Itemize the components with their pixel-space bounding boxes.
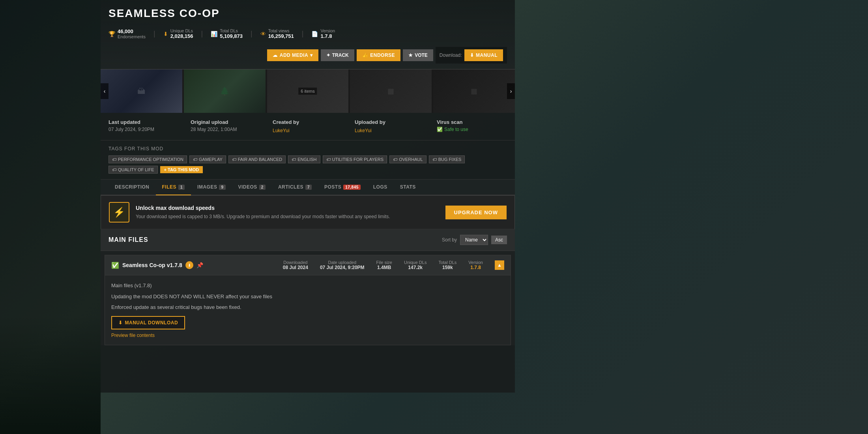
download-icon: ⬇ [118,320,123,326]
uploaded-by-link[interactable]: LukeYui [355,128,372,133]
downloaded-meta: Downloaded 08 Jul 2024 [283,260,308,270]
total-dls-meta: Total DLs 159k [438,260,456,270]
tag-performance[interactable]: 🏷 PERFORMANCE OPTIMIZATION [108,155,187,163]
next-screenshot-button[interactable]: › [507,83,515,99]
manual-download-header-button[interactable]: ⬇ MANUAL [464,49,503,61]
screenshot-3[interactable]: 6 items [267,69,349,113]
unique-dls-value: 2,028,156 [170,33,193,39]
tag-quality[interactable]: 🏷 QUALITY OF LIFE [108,166,158,174]
tab-stats[interactable]: STATS [394,180,422,195]
manual-download-button[interactable]: ⬇ MANUAL DOWNLOAD [111,316,185,329]
virus-scan-block: Virus scan ✅ Safe to use [437,119,507,134]
tab-videos[interactable]: VIDEOS 2 [232,180,272,195]
sort-row: Sort by Name Date Size Asc [442,235,507,245]
tag-english[interactable]: 🏷 ENGLISH [288,155,320,163]
tag-icon: 🏷 [432,157,437,162]
screenshots-row: ‹ 🏔 🌲 6 items ▦ ▦ › [101,69,515,113]
virus-scan-label: Virus scan [437,119,507,125]
created-by-link[interactable]: LukeYui [273,128,290,133]
file-toggle-button[interactable]: ▲ [495,260,504,270]
last-updated-block: Last updated 07 July 2024, 9:20PM [108,119,179,134]
tags-title: TAGS FOR THIS MOD [108,146,507,152]
tag-bug-fixes[interactable]: 🏷 BUG FIXES [429,155,465,163]
tab-files[interactable]: FILES 1 [156,180,191,195]
upgrade-now-button[interactable]: UPGRADE NOW [445,206,507,219]
unique-dls-label: Unique DLs [170,28,193,33]
tags-row: 🏷 PERFORMANCE OPTIMIZATION 🏷 GAMEPLAY 🏷 … [108,155,507,174]
track-icon: ✦ [326,52,330,58]
total-dls-label: Total DLs [220,28,243,33]
screenshot-2[interactable]: 🌲 [184,69,266,113]
tab-posts[interactable]: POSTS 17,845 [318,180,367,195]
last-updated-label: Last updated [108,119,179,125]
tag-icon: 🏷 [292,157,296,162]
divider: | [201,30,203,38]
download-section: Download: ⬇ MANUAL [436,47,507,64]
files-badge: 1 [178,185,185,190]
screenshot-count: 6 items [298,88,317,95]
screenshot-1[interactable]: 🏔 [101,69,182,113]
stat-unique-dls: ⬇ Unique DLs 2,028,156 [163,28,193,39]
endorsements-value: 46,000 [118,28,146,34]
add-tag-button[interactable]: + TAG THIS MOD [160,166,203,173]
stat-total-views: 👁 Total views 16,259,751 [260,28,294,39]
total-views-value: 16,259,751 [268,33,294,39]
divider: | [302,30,304,38]
articles-badge: 7 [305,185,312,190]
tab-articles[interactable]: ARTICLES 7 [272,180,318,195]
mod-title: SEAMLESS CO-OP [108,7,220,20]
tag-fair[interactable]: 🏷 FAIR AND BALANCED [228,155,286,163]
chart-icon: 📊 [211,31,217,37]
tag-utilities[interactable]: 🏷 UTILITIES FOR PLAYERS [323,155,387,163]
track-button[interactable]: ✦ TRACK [321,49,354,61]
original-upload-block: Original upload 28 May 2022, 1:00AM [191,119,261,134]
vote-button[interactable]: ★ VOTE [403,49,433,61]
thumb-icon: 👍 [362,52,369,58]
tag-overhaul[interactable]: 🏷 OVERHAUL [389,155,427,163]
file-entry: ✅ Seamless Co-op v1.7.8 ⬇ 📌 Downloaded 0… [105,255,511,345]
file-name: Seamless Co-op v1.7.8 [122,262,182,268]
uploaded-by-label: Uploaded by [355,119,425,125]
file-desc-line3: Enforced update as several critical bugs… [111,303,504,311]
last-updated-value: 07 July 2024, 9:20PM [108,127,179,132]
file-check-icon: ✅ [111,262,119,269]
tag-icon: 🏷 [232,157,236,162]
screenshot-4[interactable]: ▦ [350,69,432,113]
sort-select[interactable]: Name Date Size [460,235,488,245]
tab-description[interactable]: DESCRIPTION [108,180,156,195]
content-area: ⚡ Unlock max download speeds Your downlo… [101,195,515,393]
download-icon: ⬇ [470,52,474,58]
tag-icon: 🏷 [326,157,331,162]
tab-logs[interactable]: LOGS [367,180,394,195]
star-icon: ★ [408,52,413,58]
posts-badge: 17,845 [343,185,361,190]
tag-icon: 🏷 [112,157,116,162]
main-files-section: MAIN FILES Sort by Name Date Size Asc ✅ [101,229,515,345]
trophy-icon: 🏆 [108,31,115,37]
total-views-label: Total views [268,28,294,33]
tag-gameplay[interactable]: 🏷 GAMEPLAY [189,155,226,163]
prev-screenshot-button[interactable]: ‹ [101,83,108,99]
stat-total-dls: 📊 Total DLs 5,109,873 [211,28,243,39]
original-upload-label: Original upload [191,119,261,125]
check-icon: ✅ [437,127,443,132]
tag-icon: 🏷 [193,157,197,162]
main-files-header: MAIN FILES Sort by Name Date Size Asc [101,229,515,251]
tab-images[interactable]: IMAGES 9 [191,180,232,195]
add-media-button[interactable]: ☁ ADD MEDIA ▾ [267,49,318,61]
preview-link[interactable]: Preview file contents [111,333,155,338]
download-label: Download: [440,52,462,58]
cloud-icon: ☁ [273,52,278,58]
pin-icon: 📌 [196,262,203,268]
file-update-icon[interactable]: ⬇ [185,261,193,269]
sort-direction-button[interactable]: Asc [491,236,507,244]
screenshot-5[interactable]: ▦ [433,69,515,113]
virus-scan-status: ✅ Safe to use [437,127,507,132]
upgrade-banner: ⚡ Unlock max download speeds Your downlo… [101,195,515,229]
stat-endorsements: 🏆 46,000 Endorsements [108,28,146,39]
endorse-button[interactable]: 👍 ENDORSE [357,49,400,61]
unique-dls-meta: Unique DLs 147.2k [404,260,427,270]
file-body: Main files (v1.7.8) Updating the mod DOE… [105,275,511,345]
version-value: 1.7.8 [320,33,335,39]
version-icon: 📄 [311,31,318,37]
